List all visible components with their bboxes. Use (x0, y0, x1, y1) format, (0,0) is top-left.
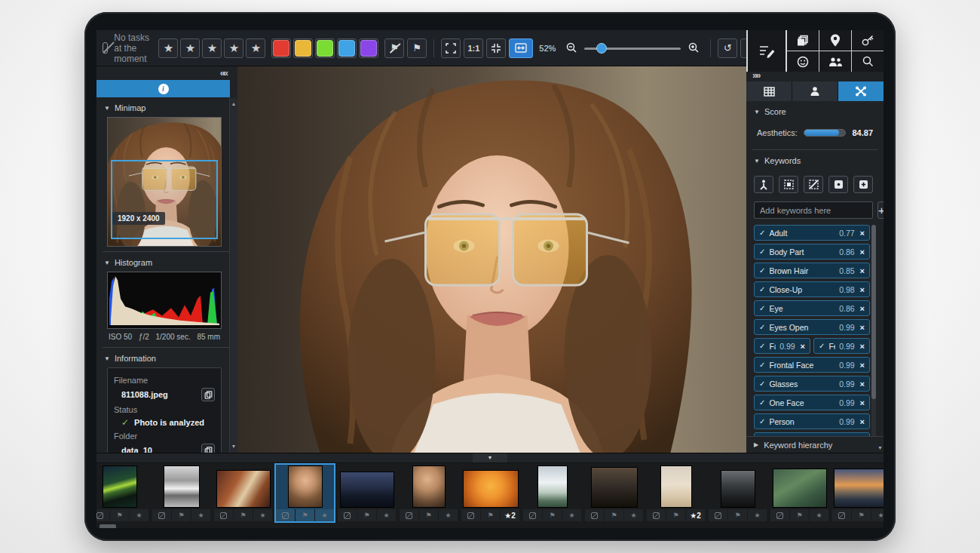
thumbnail-star-button[interactable]: ★ (377, 509, 396, 521)
remove-keyword-button[interactable]: × (860, 361, 865, 370)
fullscreen-button[interactable] (441, 38, 461, 58)
keyword-chip[interactable]: ✓ Glasses 0.99 × (754, 376, 870, 392)
thumbnail-flag-button[interactable]: ⚑ (234, 509, 253, 521)
thumbnail-image[interactable] (340, 472, 394, 508)
add-keyword-button[interactable]: + (877, 201, 884, 219)
filmstrip-thumbnail-footprints-sand[interactable]: ⚑ ★2 (645, 463, 706, 523)
keyword-chip[interactable]: ✓ Adult 0.77 × (754, 225, 870, 241)
tab-metadata[interactable] (746, 81, 792, 101)
thumbnail-image[interactable] (216, 470, 271, 508)
filmstrip-thumbnail-night-lake[interactable]: ⚑ ★ (336, 463, 397, 523)
filmstrip-thumbnail-woman-curly-portrait[interactable]: ⚑ ★ (398, 463, 459, 523)
color-label-button-5[interactable] (359, 38, 378, 58)
thumbnail-flag-button[interactable]: ⚑ (481, 509, 501, 521)
thumbnail-image[interactable] (773, 469, 827, 508)
thumbnail-image[interactable] (103, 465, 137, 508)
color-label-button-1[interactable] (271, 38, 291, 58)
search-button[interactable] (852, 51, 884, 72)
duplicates-button[interactable] (787, 30, 819, 51)
thumbnail-color-label-button[interactable] (96, 509, 110, 521)
thumbnail-image[interactable] (537, 465, 568, 508)
tab-ai-keywords[interactable] (838, 81, 884, 101)
thumbnail-star-button[interactable]: ★ (253, 509, 272, 521)
keywords-section-header[interactable]: ▼ Keywords (746, 150, 884, 170)
star-rating-button-5[interactable] (246, 38, 265, 58)
thumbnail-color-label-button[interactable] (152, 509, 172, 521)
keyword-hierarchy-section[interactable]: ▶ Keyword hierarchy ▼ (746, 436, 884, 453)
thumbnail-image[interactable] (834, 469, 884, 508)
thumbnail-star-button[interactable]: ★2 (501, 509, 519, 521)
minimap[interactable]: 1920 x 2400 (107, 117, 222, 247)
thumbnail-image[interactable] (164, 465, 200, 508)
filmstrip-thumbnail-sunset-pier[interactable]: ⚑ ★ (831, 463, 884, 523)
keyword-chip[interactable]: ✓ Eyes Open 0.99 × (754, 319, 870, 335)
thumbnail-star-button[interactable]: ★ (562, 509, 581, 521)
color-label-button-3[interactable] (315, 38, 335, 58)
color-label-button-2[interactable] (293, 38, 313, 58)
filmstrip-thumbnail-woman-portrait[interactable]: ⚑ ★ (274, 463, 335, 523)
color-label-button-4[interactable] (337, 38, 357, 58)
filmstrip-thumbnail-person-in-plants[interactable]: ⚑ ★ (769, 463, 830, 523)
tab-faces[interactable] (792, 81, 838, 101)
thumbnail-color-label-button[interactable] (647, 509, 666, 521)
thumbnail-flag-button[interactable]: ⚑ (296, 509, 315, 521)
thumbnail-star-button[interactable]: ★ (871, 509, 884, 521)
deselect-region-button[interactable] (804, 176, 823, 193)
keyword-chip[interactable]: ✓ One Face 0.99 × (754, 395, 870, 410)
collapse-right-panel-button[interactable]: »» (752, 72, 759, 81)
thumbnail-color-label-button[interactable] (709, 509, 728, 521)
info-tab[interactable]: i (96, 80, 230, 97)
filmstrip-thumbnail-woman-in-car[interactable]: ⚑ ★ (213, 463, 274, 523)
information-section-header[interactable]: ▼ Information (96, 348, 237, 367)
thumbnail-star-button[interactable]: ★ (315, 509, 334, 521)
collapse-left-panel-button[interactable]: «« (220, 68, 227, 78)
thumbnail-color-label-button[interactable] (214, 509, 234, 521)
thumbnail-image[interactable] (288, 465, 323, 508)
select-region-button[interactable] (779, 176, 798, 193)
scroll-up-icon[interactable]: ▲ (230, 100, 237, 109)
remove-keyword-button[interactable]: × (860, 379, 865, 389)
map-location-button[interactable] (819, 30, 851, 51)
remove-keyword-button[interactable]: × (860, 342, 865, 351)
remove-keyword-button[interactable]: × (860, 266, 865, 275)
filmstrip-thumbnail-dark-alley[interactable]: ⚑ ★ (583, 463, 645, 523)
star-rating-button-1[interactable] (158, 38, 178, 58)
remove-keyword-button[interactable]: × (860, 398, 865, 407)
thumbnail-color-label-button[interactable] (832, 509, 852, 521)
copy-filename-button[interactable] (201, 388, 215, 401)
thumbnail-color-label-button[interactable] (400, 509, 419, 521)
remove-keyword-button[interactable]: × (860, 304, 865, 313)
thumbnail-star-button[interactable]: ★ (748, 509, 767, 521)
thumbnail-color-label-button[interactable] (523, 509, 543, 521)
zoom-100-button[interactable]: 1:1 (464, 38, 483, 58)
photo-canvas[interactable] (237, 66, 746, 453)
scroll-down-icon[interactable]: ▼ (877, 445, 883, 450)
thumbnail-flag-button[interactable]: ⚑ (666, 509, 686, 521)
thumbnail-star-button[interactable]: ★ (439, 509, 458, 521)
filmstrip-thumbnail-street-camera[interactable]: ⚑ ★ (707, 463, 768, 523)
star-rating-button-3[interactable] (202, 38, 222, 58)
thumbnail-flag-button[interactable]: ⚑ (790, 509, 810, 521)
keyword-chip[interactable]: ✓ Frontal Face 0.99 × (754, 357, 870, 373)
center-view-button[interactable] (486, 38, 506, 58)
people-search-button[interactable] (819, 51, 851, 72)
scroll-down-icon[interactable]: ▼ (230, 442, 237, 451)
filmstrip-thumbnail-aurora-night-sky[interactable]: ⚑ ★ (96, 463, 150, 523)
filmstrip-scrollbar-thumb[interactable] (100, 524, 116, 528)
keyword-chip[interactable]: ✓ Body Part 0.86 × (754, 244, 870, 260)
remove-keyword-button[interactable]: × (860, 247, 865, 257)
zoom-out-button[interactable] (562, 38, 581, 58)
flag-pick-button[interactable]: ⚑ (407, 38, 427, 58)
collapse-filmstrip-button[interactable]: ▼ (473, 453, 507, 462)
remove-keyword-button[interactable]: × (860, 229, 865, 238)
flag-reject-button[interactable]: ⚑ (384, 38, 404, 58)
remove-keyword-button[interactable]: × (860, 417, 865, 426)
thumbnail-image[interactable] (721, 470, 755, 508)
thumbnail-flag-button[interactable]: ⚑ (728, 509, 748, 521)
zoom-slider-thumb[interactable] (596, 43, 607, 54)
left-panel-scrollbar[interactable]: ▲ ▼ (229, 98, 237, 453)
thumbnail-flag-button[interactable]: ⚑ (543, 509, 562, 521)
remove-keyword-button[interactable]: × (801, 342, 805, 351)
filmstrip-thumbnail-mountain-bw[interactable]: ⚑ ★ (151, 463, 212, 523)
filmstrip-thumbnail-sunset-silhouettes[interactable]: ⚑ ★2 (460, 463, 521, 523)
